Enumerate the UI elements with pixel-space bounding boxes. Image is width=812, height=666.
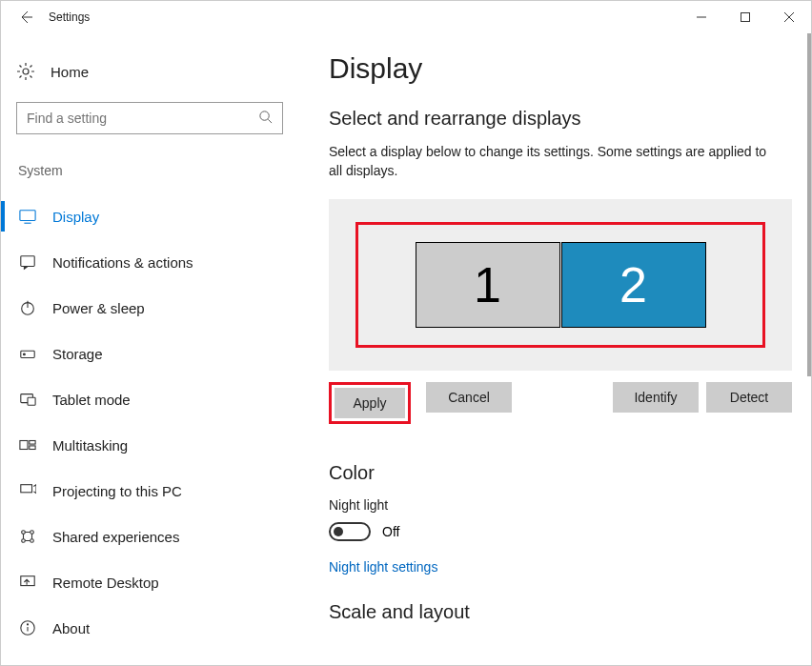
sidebar-item-storage[interactable]: Storage bbox=[16, 331, 294, 376]
sidebar-item-label: Tablet mode bbox=[52, 392, 131, 408]
night-light-label: Night light bbox=[329, 497, 792, 513]
night-light-state: Off bbox=[382, 524, 399, 539]
notifications-icon bbox=[18, 253, 37, 271]
sidebar-item-label: Power & sleep bbox=[52, 300, 145, 316]
home-label: Home bbox=[51, 64, 89, 80]
sidebar-group-label: System bbox=[16, 163, 294, 178]
svg-rect-19 bbox=[21, 485, 32, 493]
svg-point-13 bbox=[24, 353, 26, 355]
sidebar-item-label: Notifications & actions bbox=[52, 254, 193, 271]
page-title: Display bbox=[329, 52, 792, 85]
display-button-row: Apply Cancel Identify Detect bbox=[329, 382, 792, 424]
tablet-icon bbox=[18, 391, 37, 408]
sidebar-item-multitasking[interactable]: Multitasking bbox=[16, 422, 294, 468]
multitasking-icon bbox=[18, 436, 37, 454]
svg-rect-1 bbox=[741, 13, 750, 22]
svg-point-22 bbox=[22, 539, 26, 543]
sidebar-item-label: Remote Desktop bbox=[52, 575, 159, 591]
back-button[interactable] bbox=[9, 1, 43, 33]
minimize-button[interactable] bbox=[680, 1, 723, 33]
night-light-settings-link[interactable]: Night light settings bbox=[329, 559, 437, 575]
maximize-icon bbox=[741, 12, 750, 22]
apply-button[interactable]: Apply bbox=[335, 388, 405, 418]
sidebar-item-display[interactable]: Display bbox=[16, 193, 294, 239]
display-icon bbox=[18, 208, 37, 225]
sidebar-item-remote[interactable]: Remote Desktop bbox=[16, 559, 294, 605]
sidebar-item-tablet[interactable]: Tablet mode bbox=[16, 376, 294, 422]
svg-rect-17 bbox=[30, 441, 35, 445]
highlight-arrangement: 1 2 bbox=[355, 222, 765, 348]
night-light-toggle-row: Off bbox=[329, 522, 792, 541]
section-scale-layout: Scale and layout bbox=[329, 601, 792, 623]
svg-rect-18 bbox=[30, 446, 35, 450]
svg-point-27 bbox=[27, 624, 28, 625]
storage-icon bbox=[18, 345, 37, 362]
about-icon bbox=[18, 619, 37, 636]
sidebar-item-label: About bbox=[52, 620, 90, 636]
minimize-icon bbox=[697, 12, 706, 22]
select-displays-description: Select a display below to change its set… bbox=[329, 143, 777, 180]
svg-point-21 bbox=[30, 531, 34, 535]
remote-desktop-icon bbox=[18, 574, 37, 591]
section-select-displays: Select and rearrange displays bbox=[329, 108, 792, 130]
sidebar-item-label: Storage bbox=[52, 346, 103, 362]
svg-point-5 bbox=[260, 111, 269, 119]
maximize-button[interactable] bbox=[723, 1, 767, 33]
cancel-button[interactable]: Cancel bbox=[426, 382, 512, 413]
sidebar-item-shared[interactable]: Shared experiences bbox=[16, 514, 294, 559]
display-arrangement-panel: 1 2 bbox=[329, 199, 792, 371]
sidebar-nav: Display Notifications & actions Power & … bbox=[16, 193, 294, 651]
svg-rect-15 bbox=[28, 397, 35, 405]
svg-point-4 bbox=[23, 69, 29, 74]
section-color: Color bbox=[329, 462, 792, 484]
vertical-scrollbar[interactable] bbox=[807, 33, 811, 665]
detect-button[interactable]: Detect bbox=[706, 382, 792, 413]
close-icon bbox=[784, 12, 794, 22]
content-area: Display Select and rearrange displays Se… bbox=[294, 33, 811, 666]
spacer bbox=[519, 382, 605, 424]
monitor-1[interactable]: 1 bbox=[416, 242, 560, 328]
identify-button[interactable]: Identify bbox=[613, 382, 699, 413]
gear-icon bbox=[16, 62, 35, 81]
svg-rect-16 bbox=[20, 441, 28, 450]
sidebar-home[interactable]: Home bbox=[16, 52, 294, 91]
projecting-icon bbox=[18, 482, 37, 499]
sidebar-item-power[interactable]: Power & sleep bbox=[16, 285, 294, 331]
titlebar-controls bbox=[680, 1, 811, 33]
sidebar-item-projecting[interactable]: Projecting to this PC bbox=[16, 468, 294, 514]
sidebar: Home System Display Notifications & acti… bbox=[1, 33, 294, 666]
shared-icon bbox=[18, 528, 37, 545]
search-input[interactable] bbox=[27, 111, 258, 126]
svg-point-20 bbox=[22, 531, 26, 535]
svg-line-6 bbox=[268, 119, 272, 123]
svg-rect-12 bbox=[21, 351, 34, 357]
titlebar: Settings bbox=[1, 1, 811, 33]
search-box[interactable] bbox=[16, 102, 283, 134]
monitor-2[interactable]: 2 bbox=[561, 242, 706, 328]
svg-point-23 bbox=[30, 539, 34, 543]
sidebar-item-label: Shared experiences bbox=[52, 529, 179, 545]
sidebar-item-about[interactable]: About bbox=[16, 605, 294, 651]
power-icon bbox=[18, 299, 37, 316]
sidebar-item-label: Multitasking bbox=[52, 437, 128, 454]
sidebar-item-label: Display bbox=[52, 209, 99, 225]
night-light-toggle[interactable] bbox=[329, 522, 371, 541]
sidebar-item-label: Projecting to this PC bbox=[52, 483, 182, 499]
sidebar-item-notifications[interactable]: Notifications & actions bbox=[16, 239, 294, 285]
close-button[interactable] bbox=[767, 1, 811, 33]
monitor-group[interactable]: 1 2 bbox=[416, 242, 706, 328]
window-title: Settings bbox=[49, 10, 680, 24]
scrollbar-thumb[interactable] bbox=[807, 33, 811, 376]
arrow-left-icon bbox=[18, 10, 33, 25]
svg-rect-7 bbox=[20, 211, 35, 221]
search-icon bbox=[258, 110, 273, 128]
svg-rect-9 bbox=[21, 256, 34, 267]
highlight-apply: Apply bbox=[329, 382, 411, 424]
